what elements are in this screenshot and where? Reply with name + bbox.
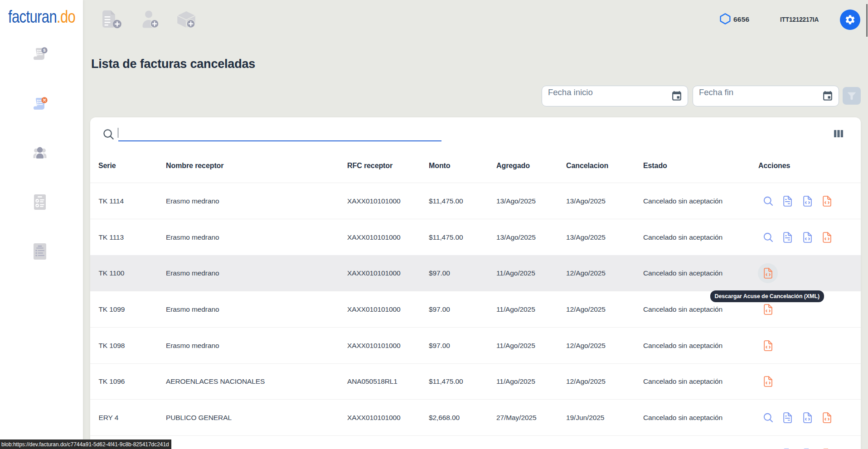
svg-text:$: $ <box>43 48 46 53</box>
